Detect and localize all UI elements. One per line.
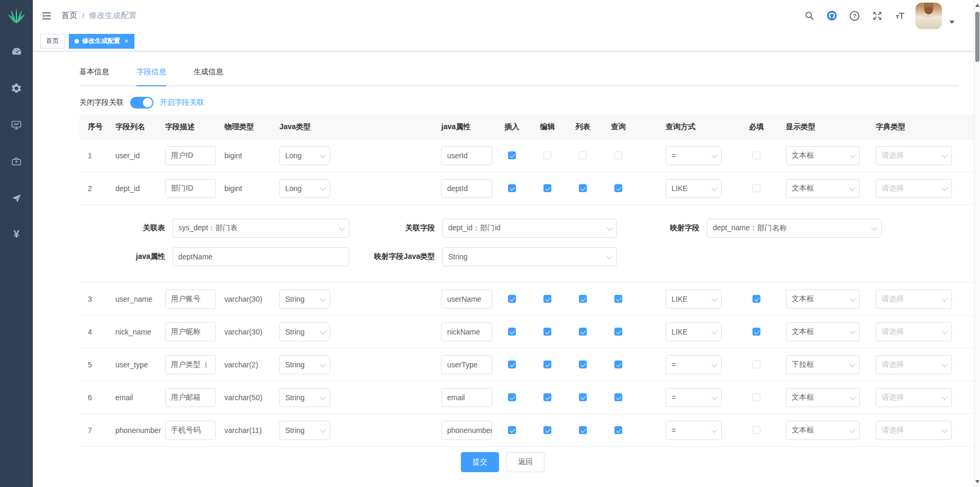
- back-button[interactable]: 返回: [506, 452, 545, 472]
- column-comment-input[interactable]: 用户账号: [165, 290, 216, 309]
- map-java-type-select[interactable]: String: [442, 247, 617, 266]
- dict-type-select[interactable]: 请选择: [876, 421, 952, 440]
- list-checkbox[interactable]: [579, 151, 587, 159]
- query-type-select[interactable]: LIKE: [666, 179, 722, 198]
- association-toggle-switch[interactable]: [130, 97, 153, 109]
- github-link[interactable]: [827, 11, 837, 21]
- dict-type-select[interactable]: 请选择: [876, 290, 952, 309]
- required-checkbox[interactable]: [752, 426, 760, 434]
- dict-type-select[interactable]: 请选择: [876, 355, 952, 374]
- query-type-select[interactable]: =: [666, 388, 722, 407]
- html-type-select[interactable]: 文本框: [786, 322, 860, 341]
- tab-field-info[interactable]: 字段信息: [137, 67, 166, 85]
- dict-type-select[interactable]: 请选择: [876, 179, 952, 198]
- insert-checkbox[interactable]: [508, 151, 516, 159]
- column-comment-input[interactable]: 用户类型（: [165, 355, 216, 374]
- column-comment-input[interactable]: 用户邮箱: [165, 388, 216, 407]
- java-type-select[interactable]: String: [279, 421, 330, 440]
- list-checkbox[interactable]: [579, 426, 587, 434]
- sidebar-item-system[interactable]: [0, 70, 33, 106]
- edit-checkbox[interactable]: [543, 328, 551, 336]
- tab-generate-info[interactable]: 生成信息: [194, 67, 223, 85]
- sidebar-fold-button[interactable]: [41, 10, 53, 22]
- column-comment-input[interactable]: 手机号码: [165, 421, 216, 440]
- assoc-table-select[interactable]: sys_dept：部门表: [173, 219, 349, 238]
- html-type-select[interactable]: 文本框: [786, 290, 860, 309]
- edit-checkbox[interactable]: [543, 295, 551, 303]
- query-type-select[interactable]: LIKE: [666, 322, 722, 341]
- sidebar-item-tool[interactable]: [0, 143, 33, 179]
- java-type-select[interactable]: String: [279, 322, 330, 341]
- list-checkbox[interactable]: [579, 328, 587, 336]
- edit-checkbox[interactable]: [543, 426, 551, 434]
- html-type-select[interactable]: 文本框: [786, 421, 860, 440]
- required-checkbox[interactable]: [752, 328, 760, 336]
- java-type-select[interactable]: Long: [279, 146, 330, 165]
- insert-checkbox[interactable]: [508, 295, 516, 303]
- java-attr-input[interactable]: deptName: [173, 247, 349, 266]
- query-type-select[interactable]: LIKE: [666, 290, 722, 309]
- query-type-select[interactable]: =: [666, 146, 722, 165]
- scroll-up-arrow-icon[interactable]: [975, 4, 979, 7]
- tag-home[interactable]: 首页: [40, 34, 65, 49]
- page-scrollbar-thumb[interactable]: [975, 12, 979, 62]
- edit-checkbox[interactable]: [543, 151, 551, 159]
- sidebar-item-guide[interactable]: [0, 179, 33, 216]
- insert-checkbox[interactable]: [508, 360, 516, 368]
- query-checkbox[interactable]: [614, 393, 622, 401]
- submit-button[interactable]: 提交: [461, 452, 499, 472]
- required-checkbox[interactable]: [752, 184, 760, 192]
- assoc-field-select[interactable]: dept_id：部门id: [442, 219, 617, 238]
- dict-type-select[interactable]: 请选择: [876, 388, 952, 407]
- insert-checkbox[interactable]: [508, 184, 516, 192]
- java-field-input[interactable]: phonenumber: [441, 421, 492, 440]
- query-checkbox[interactable]: [614, 360, 622, 368]
- java-field-input[interactable]: email: [441, 388, 492, 407]
- search-button[interactable]: [804, 11, 814, 21]
- breadcrumb-home[interactable]: 首页: [61, 11, 77, 21]
- column-comment-input[interactable]: 用户ID: [165, 146, 216, 165]
- html-type-select[interactable]: 文本框: [786, 146, 860, 165]
- column-comment-input[interactable]: 用户昵称: [165, 322, 216, 341]
- required-checkbox[interactable]: [752, 360, 760, 368]
- query-checkbox[interactable]: [614, 184, 622, 192]
- list-checkbox[interactable]: [579, 360, 587, 368]
- list-checkbox[interactable]: [579, 184, 587, 192]
- required-checkbox[interactable]: [752, 151, 760, 159]
- html-type-select[interactable]: 下拉框: [786, 355, 860, 374]
- list-checkbox[interactable]: [579, 393, 587, 401]
- edit-checkbox[interactable]: [543, 393, 551, 401]
- query-checkbox[interactable]: [614, 426, 622, 434]
- app-logo[interactable]: [0, 0, 33, 31]
- avatar[interactable]: [915, 3, 942, 29]
- user-menu[interactable]: [915, 3, 955, 29]
- required-checkbox[interactable]: [752, 295, 760, 303]
- list-checkbox[interactable]: [579, 295, 587, 303]
- insert-checkbox[interactable]: [508, 328, 516, 336]
- query-type-select[interactable]: =: [666, 421, 722, 440]
- column-comment-input[interactable]: 部门ID: [165, 179, 216, 198]
- fullscreen-button[interactable]: [872, 11, 883, 21]
- dict-type-select[interactable]: 请选择: [876, 146, 952, 165]
- query-type-select[interactable]: =: [666, 355, 722, 374]
- insert-checkbox[interactable]: [508, 426, 516, 434]
- html-type-select[interactable]: 文本框: [786, 388, 860, 407]
- help-button[interactable]: ?: [849, 11, 860, 21]
- html-type-select[interactable]: 文本框: [786, 179, 860, 198]
- sidebar-item-dashboard[interactable]: [0, 33, 33, 70]
- map-field-select[interactable]: dept_name：部门名称: [707, 219, 882, 238]
- query-checkbox[interactable]: [614, 151, 622, 159]
- java-field-input[interactable]: userName: [441, 290, 492, 309]
- scroll-down-arrow-icon[interactable]: [975, 480, 979, 483]
- java-type-select[interactable]: String: [279, 290, 330, 309]
- page-scrollbar[interactable]: [974, 0, 980, 487]
- query-checkbox[interactable]: [614, 295, 622, 303]
- insert-checkbox[interactable]: [508, 393, 516, 401]
- tag-current-page[interactable]: 修改生成配置 ×: [69, 34, 134, 49]
- java-field-input[interactable]: deptId: [441, 179, 492, 198]
- query-checkbox[interactable]: [614, 328, 622, 336]
- edit-checkbox[interactable]: [543, 184, 551, 192]
- java-field-input[interactable]: userType: [441, 355, 492, 374]
- sidebar-item-monitor[interactable]: [0, 106, 33, 143]
- java-type-select[interactable]: Long: [279, 179, 330, 198]
